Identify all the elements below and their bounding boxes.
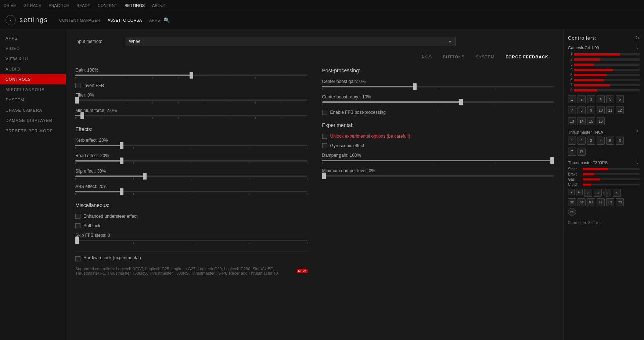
ctrl-btn-2[interactable]: 2: [578, 95, 586, 103]
road-thumb[interactable]: [120, 158, 123, 164]
sidebar-item-presets[interactable]: PRESETS PER MODE: [0, 126, 66, 136]
sidebar-item-apps[interactable]: APPS: [0, 33, 66, 43]
topbar-drive[interactable]: DRIVE: [4, 3, 16, 8]
center-boost-gain-track[interactable]: [322, 86, 554, 87]
r3-btn[interactable]: R3: [616, 198, 624, 206]
gyroscopic-checkbox[interactable]: [322, 143, 327, 148]
tab-axis[interactable]: AXIS: [420, 54, 434, 60]
ctrl-btn-13[interactable]: 13: [568, 117, 576, 125]
topbar-practice[interactable]: PRACTICE: [48, 3, 69, 8]
sidebar-item-audio[interactable]: AUDIO: [0, 64, 66, 74]
tab-system[interactable]: SYSTEM: [474, 54, 496, 60]
topbar-gt[interactable]: GT RACE: [24, 3, 42, 8]
st-btn[interactable]: ST: [578, 198, 586, 206]
gain-track[interactable]: [75, 75, 307, 76]
device-th8a-menu[interactable]: ⋮: [636, 130, 640, 134]
sidebar-item-view-ui[interactable]: VIEW & UI: [0, 54, 66, 64]
sidebar-item-video[interactable]: VIDEO: [0, 43, 66, 54]
ctrl-btn-10[interactable]: 10: [597, 106, 605, 114]
device-gamesir-menu[interactable]: ⋮: [636, 45, 640, 50]
abs-track[interactable]: [75, 191, 307, 192]
th8a-btn-5[interactable]: 5: [606, 137, 614, 145]
damper-gain-thumb[interactable]: [550, 157, 554, 164]
road-track[interactable]: [75, 160, 307, 162]
kerb-thumb[interactable]: [120, 142, 123, 149]
sidebar-item-system[interactable]: SYSTEM: [0, 95, 66, 105]
skip-ffb-track[interactable]: [75, 240, 307, 241]
topbar-ready[interactable]: READY: [76, 3, 90, 8]
l2-btn[interactable]: L2: [597, 198, 605, 206]
ctrl-btn-16[interactable]: 16: [597, 117, 605, 125]
ctrl-btn-11[interactable]: 11: [606, 106, 614, 114]
ctrl-btn-12[interactable]: 12: [616, 106, 624, 114]
unlock-experimental-checkbox[interactable]: [322, 134, 327, 139]
th8a-btn-7[interactable]: 7: [568, 148, 576, 156]
th8a-btn-1[interactable]: 1: [568, 137, 576, 145]
topbar-settings[interactable]: SETTINGS: [125, 3, 145, 8]
th8a-btn-2[interactable]: 2: [578, 137, 586, 145]
r2-btn[interactable]: R2: [587, 198, 595, 206]
th8a-btn-3[interactable]: 3: [587, 137, 595, 145]
triangle-btn[interactable]: △: [584, 189, 592, 197]
sidebar-item-miscellaneous[interactable]: MISCELLANEOUS: [0, 84, 66, 95]
th8a-btn-6[interactable]: 6: [616, 137, 624, 145]
ctrl-btn-7[interactable]: 7: [568, 106, 576, 114]
unlock-experimental-label[interactable]: Unlock experimental options (be careful!…: [330, 134, 410, 139]
ctrl-btn-8[interactable]: 8: [578, 106, 586, 114]
min-force-thumb[interactable]: [80, 112, 84, 119]
back-button[interactable]: ‹: [6, 15, 16, 25]
filter-track[interactable]: [75, 100, 307, 101]
sidebar-item-damage[interactable]: DAMAGE DISPLAYER: [0, 115, 66, 126]
ctrl-btn-6[interactable]: 6: [616, 95, 624, 103]
min-damper-thumb[interactable]: [322, 173, 326, 179]
topbar-content[interactable]: CONTENT: [98, 3, 117, 8]
damper-gain-track[interactable]: [322, 160, 554, 161]
ctrl-btn-3[interactable]: 3: [587, 95, 595, 103]
filter-thumb[interactable]: [75, 97, 79, 104]
ctrl-btn-9[interactable]: 9: [587, 106, 595, 114]
skip-ffb-thumb[interactable]: [75, 237, 79, 244]
tab-apps[interactable]: APPS: [149, 18, 160, 22]
slip-thumb[interactable]: [143, 173, 147, 180]
soft-lock-checkbox[interactable]: [75, 223, 80, 228]
th8a-btn-4[interactable]: 4: [597, 137, 605, 145]
tab-force-feedback[interactable]: FORCE FEEDBACK: [504, 54, 550, 60]
invert-ffb-checkbox[interactable]: [75, 83, 80, 88]
topbar-about[interactable]: ABOUT: [152, 3, 166, 8]
enable-ffb-post-checkbox[interactable]: [322, 110, 327, 115]
ps-btn[interactable]: PS: [568, 208, 576, 216]
center-boost-range-track[interactable]: [322, 101, 554, 103]
refresh-icon[interactable]: ↻: [635, 35, 640, 41]
center-boost-gain-thumb[interactable]: [413, 83, 417, 90]
search-icon[interactable]: 🔍: [163, 17, 170, 23]
min-force-track[interactable]: [75, 115, 307, 116]
ctrl-btn-4[interactable]: 4: [597, 95, 605, 103]
se-btn[interactable]: SE: [568, 198, 576, 206]
ctrl-btn-15[interactable]: 15: [587, 117, 595, 125]
arrow-right-btn[interactable]: ►: [576, 189, 583, 195]
tab-assetto-corsa[interactable]: ASSETTO CORSA: [108, 18, 142, 22]
square-btn[interactable]: □: [594, 189, 602, 197]
sidebar-item-controls[interactable]: CONTROLS: [0, 74, 66, 84]
ctrl-btn-5[interactable]: 5: [606, 95, 614, 103]
center-boost-range-thumb[interactable]: [459, 99, 463, 105]
input-method-select[interactable]: Wheel Gamepad Keyboard: [125, 37, 456, 46]
abs-thumb[interactable]: [120, 188, 123, 195]
enhanced-understeer-checkbox[interactable]: [75, 214, 80, 219]
min-damper-track[interactable]: [322, 175, 554, 177]
device-t300rs-menu[interactable]: ⋮: [636, 160, 640, 165]
gain-thumb[interactable]: [190, 72, 193, 79]
slip-track[interactable]: [75, 176, 307, 177]
cross-btn[interactable]: ✕: [613, 189, 621, 197]
kerb-track[interactable]: [75, 145, 307, 146]
hardware-lock-checkbox[interactable]: [75, 256, 80, 261]
l3-btn[interactable]: L3: [606, 198, 614, 206]
th8a-btn-r[interactable]: R: [578, 148, 586, 156]
ctrl-btn-1[interactable]: 1: [568, 95, 576, 103]
tab-buttons[interactable]: BUTTONS: [441, 54, 467, 60]
tab-content-manager[interactable]: CONTENT MANAGER: [59, 18, 100, 22]
ctrl-btn-14[interactable]: 14: [578, 117, 586, 125]
arrow-left-btn[interactable]: ◄: [568, 189, 575, 195]
sidebar-item-chase-camera[interactable]: CHASE CAMERA: [0, 105, 66, 115]
circle-btn[interactable]: ○: [603, 189, 611, 197]
